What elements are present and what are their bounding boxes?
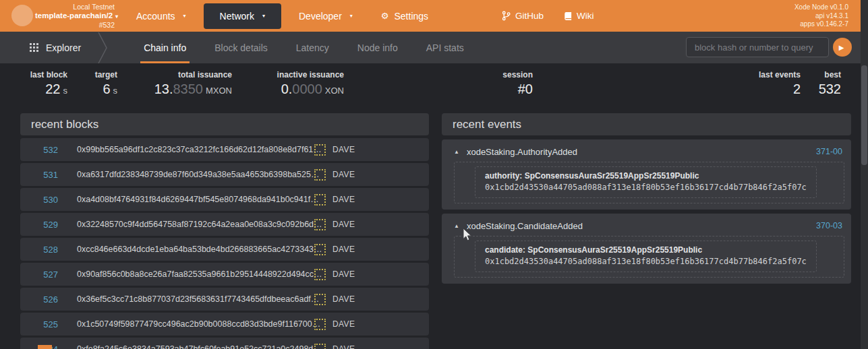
block-hash: 0xa4d08bf4764931f84d6269447bf545e8074968…	[77, 195, 319, 204]
tab-latency[interactable]: Latency	[282, 32, 343, 63]
block-row: 530 0xa4d08bf4764931f84d6269447bf545e807…	[20, 188, 429, 211]
scrollbar-thumb[interactable]	[861, 65, 867, 165]
author-identicon[interactable]	[314, 219, 326, 230]
external-links: GitHub Wiki	[502, 0, 594, 32]
block-hash: 0x36ef5c3cc71c8b877037d23f5683631f774346…	[77, 294, 319, 304]
chain-avatar[interactable]	[11, 5, 33, 26]
block-hash: 0x99bb565a96df1c2c823c37ca3212fc166d62d1…	[77, 145, 322, 154]
block-row: 532 0x99bb565a96df1c2c823c37ca3212fc166d…	[20, 138, 429, 161]
partial-next-row-highlight	[38, 345, 52, 349]
block-number-link[interactable]: 526	[20, 294, 58, 305]
block-row: 528 0xcc846e663d4dcde1eba64ba53bde4bd266…	[20, 238, 429, 261]
chevron-down-icon: ▾	[183, 13, 186, 19]
event-block-index-link[interactable]: 370-03	[816, 221, 842, 230]
recent-events-list: ▲ xodeStaking.AuthorityAdded 371-00 auth…	[442, 139, 851, 284]
recent-blocks-list: 532 0x99bb565a96df1c2c823c37ca3212fc166d…	[20, 138, 429, 349]
event-param-box: authority: SpConsensusAuraSr25519AppSr25…	[475, 166, 817, 198]
event-block-index-link[interactable]: 371-00	[816, 147, 842, 156]
nav-settings[interactable]: ⚙Settings	[370, 5, 439, 28]
author-identicon[interactable]	[314, 344, 326, 349]
explorer-tabbar: Explorer Chain info Block details Latenc…	[0, 32, 861, 63]
recent-events-title: recent events	[442, 113, 851, 135]
event-name: xodeStaking.CandidateAdded	[467, 221, 583, 231]
tab-node-info[interactable]: Node info	[343, 32, 412, 63]
stat-session: session #0	[472, 70, 533, 97]
nav-developer[interactable]: Developer▾	[288, 5, 364, 28]
tab-api-stats[interactable]: API stats	[412, 32, 478, 63]
event-param-value: 0x1cbd2d43530a44705ad088af313e18f80b53ef…	[485, 257, 807, 266]
author-identicon[interactable]	[314, 169, 326, 181]
block-number-link[interactable]: 528	[20, 245, 58, 255]
author-name: DAVE	[332, 319, 355, 329]
collapse-icon[interactable]: ▲	[454, 149, 459, 155]
stat-best: best 532	[818, 70, 841, 97]
block-number-link[interactable]: 525	[20, 319, 58, 329]
block-author: DAVE	[314, 319, 355, 330]
event-details: candidate: SpConsensusAuraSr25519AppSr25…	[454, 236, 844, 278]
stat-target: target 6s	[84, 70, 117, 97]
author-name: DAVE	[332, 195, 355, 204]
block-search-input[interactable]	[686, 37, 829, 57]
block-author: DAVE	[314, 169, 355, 181]
block-author: DAVE	[314, 269, 355, 280]
block-row: 524 0xfe8fa245c6e3834a7593ab47bfc60feab9…	[20, 338, 429, 349]
tab-chain-info[interactable]: Chain info	[129, 32, 200, 63]
author-name: DAVE	[332, 220, 355, 229]
recent-blocks-title: recent blocks	[20, 113, 429, 135]
block-hash: 0x32248570c9f4dd564758af87192c64a2eaa0e0…	[77, 220, 322, 229]
author-name: DAVE	[332, 269, 355, 279]
api-version: api v14.3.1	[794, 12, 848, 21]
author-identicon[interactable]	[314, 269, 326, 280]
breadcrumb-chevron-icon	[97, 32, 108, 63]
block-row: 531 0xa6317dfd238348739de87f60d349a38e5a…	[20, 163, 429, 186]
chain-stats: last block 22s target 6s total issuance …	[0, 64, 861, 110]
breadcrumb-explorer[interactable]: Explorer	[0, 32, 97, 63]
tab-list: Chain info Block details Latency Node in…	[129, 32, 478, 63]
block-row: 529 0x32248570c9f4dd564758af87192c64a2ea…	[20, 213, 429, 236]
wiki-link[interactable]: Wiki	[564, 11, 594, 21]
block-author: DAVE	[314, 344, 355, 349]
author-identicon[interactable]	[314, 194, 326, 205]
author-identicon[interactable]	[314, 319, 326, 330]
nav-network[interactable]: Network▾	[204, 3, 281, 29]
stats-right-group: last events 2 best 532	[759, 70, 841, 97]
stat-last-block: last block 22s	[19, 70, 67, 97]
event-name: xodeStaking.AuthorityAdded	[467, 147, 577, 157]
author-name: DAVE	[332, 170, 355, 179]
tab-block-details[interactable]: Block details	[200, 32, 282, 63]
author-name: DAVE	[332, 145, 355, 154]
github-link[interactable]: GitHub	[502, 11, 544, 21]
block-number-link[interactable]: 527	[20, 269, 58, 280]
block-number-link[interactable]: 532	[20, 145, 58, 155]
author-identicon[interactable]	[314, 144, 326, 156]
event-param-box: candidate: SpConsensusAuraSr25519AppSr25…	[475, 241, 817, 272]
nav-accounts[interactable]: Accounts▾	[125, 5, 197, 28]
collapse-icon[interactable]: ▲	[454, 223, 459, 229]
block-hash: 0xfe8fa245c6e3834a7593ab47bfc60feab91e52…	[77, 344, 322, 349]
event-param-label: candidate: SpConsensusAuraSr25519AppSr25…	[485, 245, 807, 255]
stat-inactive-issuance: inactive issuance 0.0000XON	[248, 70, 344, 97]
block-row: 527 0x90af856c0b8a8ce26a7faa82535a9661b2…	[20, 263, 429, 286]
author-identicon[interactable]	[314, 294, 326, 305]
play-icon: ▶	[839, 44, 844, 51]
chevron-down-icon: ▾	[115, 13, 118, 20]
block-number-link[interactable]: 529	[20, 220, 58, 230]
app-window: Local Testnet template-parachain/2▾ #532…	[0, 0, 868, 349]
apps-grid-icon	[30, 43, 38, 52]
main-nav: Accounts▾ Network▾ Developer▾ ⚙Settings	[125, 0, 439, 32]
chain-selector[interactable]: Local Testnet template-parachain/2▾ #532	[35, 3, 115, 30]
block-author: DAVE	[314, 144, 355, 156]
search-submit-button[interactable]: ▶	[833, 38, 852, 57]
block-author: DAVE	[314, 294, 355, 305]
block-author: DAVE	[314, 244, 355, 255]
event-param-label: authority: SpConsensusAuraSr25519AppSr25…	[485, 171, 807, 181]
chain-network-name: Local Testnet	[35, 3, 115, 11]
apps-version: apps v0.146.2-7	[794, 20, 848, 29]
author-identicon[interactable]	[314, 244, 326, 255]
stat-last-events: last events 2	[759, 70, 801, 97]
block-number-link[interactable]: 530	[20, 195, 58, 205]
chain-best-block: #532	[35, 21, 115, 30]
recent-blocks-panel: recent blocks 532 0x99bb565a96df1c2c823c…	[20, 113, 429, 349]
block-hash: 0x90af856c0b8a8ce26a7faa82535a9661b29514…	[77, 269, 322, 279]
block-number-link[interactable]: 531	[20, 170, 58, 180]
